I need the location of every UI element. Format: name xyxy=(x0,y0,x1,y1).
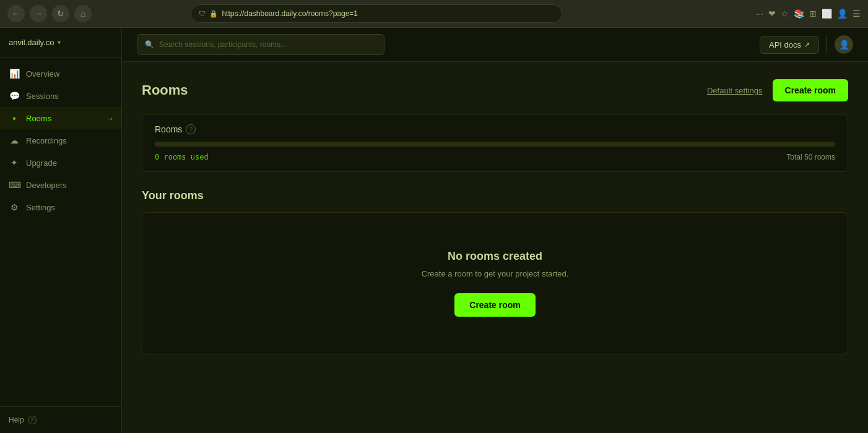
help-label: Help xyxy=(9,416,24,424)
sidebar-item-upgrade[interactable]: ✦ Upgrade xyxy=(0,152,121,174)
recordings-icon: ☁ xyxy=(9,135,20,145)
create-room-top-button[interactable]: Create room xyxy=(773,79,848,101)
url-bar[interactable]: 🛡 🔒 https://dashboard.daily.co/rooms?pag… xyxy=(191,4,562,23)
empty-rooms-card: No rooms created Create a room to get yo… xyxy=(142,212,848,354)
sidebar-label-upgrade: Upgrade xyxy=(26,158,57,168)
sidebar-label-overview: Overview xyxy=(26,69,59,79)
topbar: 🔍 Search sessions, participants, rooms..… xyxy=(122,28,868,62)
help-info-icon: ? xyxy=(28,416,37,424)
forward-button[interactable]: → xyxy=(30,5,47,22)
api-docs-label: API docs xyxy=(769,40,801,49)
profile-icon[interactable]: 👤 xyxy=(837,9,848,19)
rooms-used-text: 0 rooms used xyxy=(155,153,209,161)
tab-grid-icon[interactable]: ⊞ xyxy=(809,9,817,19)
security-icon: 🛡 xyxy=(199,10,206,17)
refresh-button[interactable]: ↻ xyxy=(52,5,69,22)
sidebar-label-settings: Settings xyxy=(26,203,55,212)
window-icon[interactable]: ⬜ xyxy=(822,9,832,19)
pocket-icon[interactable]: ❤ xyxy=(768,9,776,19)
empty-rooms-subtitle: Create a room to get your project starte… xyxy=(155,269,835,278)
create-room-center-button[interactable]: Create room xyxy=(454,293,535,317)
overview-icon: 📊 xyxy=(9,69,20,79)
search-bar[interactable]: 🔍 Search sessions, participants, rooms..… xyxy=(137,34,384,55)
sidebar-header[interactable]: anvil.daily.co ▾ xyxy=(0,28,121,58)
workspace-chevron-icon: ▾ xyxy=(58,39,61,46)
empty-rooms-title: No rooms created xyxy=(155,250,835,263)
sidebar-item-recordings[interactable]: ☁ Recordings xyxy=(0,129,121,152)
sessions-icon: 💬 xyxy=(9,91,20,101)
sidebar-item-sessions[interactable]: 💬 Sessions xyxy=(0,85,121,107)
back-button[interactable]: ← xyxy=(7,5,25,22)
your-rooms-title: Your rooms xyxy=(142,189,848,202)
default-settings-link[interactable]: Default settings xyxy=(707,86,763,95)
user-avatar[interactable]: 👤 xyxy=(835,35,853,54)
rooms-info-icon[interactable]: ? xyxy=(186,124,196,134)
browser-toolbar-right: ··· ❤ ☆ 📚 ⊞ ⬜ 👤 ☰ xyxy=(756,9,861,19)
page-title: Rooms xyxy=(142,82,188,98)
url-text: https://dashboard.daily.co/rooms?page=1 xyxy=(222,9,358,18)
sidebar-item-overview[interactable]: 📊 Overview xyxy=(0,62,121,85)
developers-icon: ⌨ xyxy=(9,180,20,190)
settings-icon: ⚙ xyxy=(9,202,20,212)
rooms-section-header: Rooms Default settings Create room xyxy=(142,79,848,101)
app-right: 🔍 Search sessions, participants, rooms..… xyxy=(122,28,868,433)
user-icon: 👤 xyxy=(839,40,849,49)
sidebar-item-rooms[interactable]: ▪ Rooms xyxy=(0,107,121,129)
sidebar-item-settings[interactable]: ⚙ Settings xyxy=(0,196,121,218)
sidebar-label-recordings: Recordings xyxy=(26,136,67,145)
sidebar-nav: 📊 Overview 💬 Sessions ▪ Rooms ☁ Recordin… xyxy=(0,58,121,406)
search-placeholder: Search sessions, participants, rooms... xyxy=(159,40,287,49)
sidebar-label-rooms: Rooms xyxy=(26,114,51,123)
rooms-usage-card: Rooms ? 0 rooms used Total 50 rooms xyxy=(142,114,848,172)
rooms-card-title: Rooms xyxy=(155,124,182,134)
rooms-total-text: Total 50 rooms xyxy=(786,153,835,161)
sidebar: anvil.daily.co ▾ 📊 Overview 💬 Sessions ▪… xyxy=(0,28,122,433)
app-container: anvil.daily.co ▾ 📊 Overview 💬 Sessions ▪… xyxy=(0,28,868,433)
sidebar-item-developers[interactable]: ⌨ Developers xyxy=(0,174,121,196)
topbar-right: API docs ↗ 👤 xyxy=(760,35,853,54)
star-icon[interactable]: ☆ xyxy=(781,9,789,19)
main-content: Rooms Default settings Create room Rooms… xyxy=(122,62,868,433)
library-icon[interactable]: 📚 xyxy=(794,9,804,19)
rooms-card-header: Rooms ? xyxy=(155,124,835,134)
topbar-divider xyxy=(827,35,827,54)
rooms-icon: ▪ xyxy=(9,113,20,123)
browser-chrome: ← → ↻ ⌂ 🛡 🔒 https://dashboard.daily.co/r… xyxy=(0,0,868,28)
external-link-icon: ↗ xyxy=(804,41,810,49)
rooms-usage-row: 0 rooms used Total 50 rooms xyxy=(155,153,835,161)
upgrade-icon: ✦ xyxy=(9,158,20,168)
rooms-progress-bar xyxy=(155,142,835,147)
sidebar-footer-help[interactable]: Help ? xyxy=(0,406,121,433)
section-actions: Default settings Create room xyxy=(707,79,848,101)
more-button[interactable]: ··· xyxy=(756,9,763,19)
sidebar-label-sessions: Sessions xyxy=(26,92,59,101)
sidebar-label-developers: Developers xyxy=(26,181,67,190)
lock-icon: 🔒 xyxy=(209,10,218,18)
search-icon: 🔍 xyxy=(145,40,154,49)
home-button[interactable]: ⌂ xyxy=(74,5,92,22)
api-docs-button[interactable]: API docs ↗ xyxy=(760,36,819,54)
workspace-name: anvil.daily.co xyxy=(9,38,54,47)
menu-icon[interactable]: ☰ xyxy=(853,9,861,19)
